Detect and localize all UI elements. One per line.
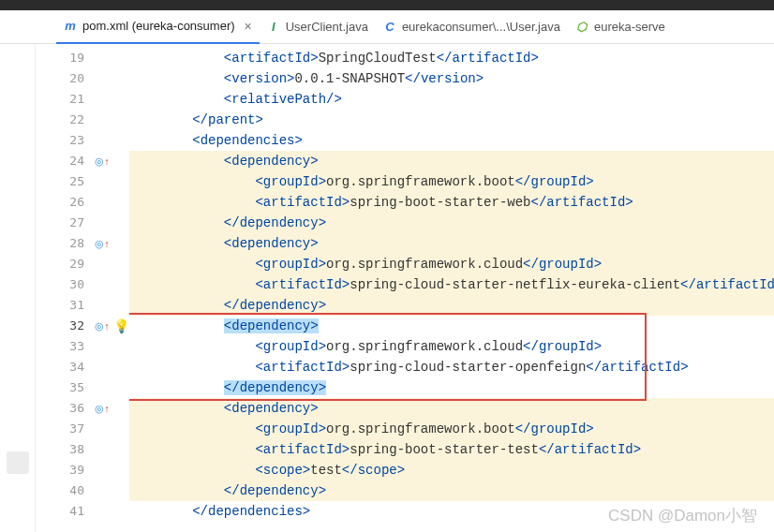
code-line[interactable]: <artifactId>SpringCloudTest</artifactId> (129, 48, 774, 68)
code-line[interactable]: </dependency> (129, 480, 774, 501)
up-arrow-icon: ↑ (104, 155, 110, 167)
xml-bracket: </ (224, 483, 240, 498)
editor-tab-1[interactable]: IUserClient.java (260, 10, 376, 44)
code-line[interactable]: <groupId>org.springframework.boot</group… (129, 171, 774, 192)
line-number[interactable]: 37 (36, 419, 84, 439)
xml-bracket: </ (523, 339, 539, 354)
xml-bracket: </ (523, 257, 539, 272)
xml-bracket: < (255, 257, 262, 272)
close-icon[interactable]: × (241, 19, 252, 34)
code-line[interactable]: </dependency> (129, 295, 774, 316)
xml-bracket: < (255, 463, 262, 478)
code-line[interactable]: <dependencies> (129, 130, 774, 151)
gutter-mark (92, 480, 112, 501)
xml-tag-name: groupId (531, 174, 587, 189)
code-line[interactable]: <relativePath/> (129, 89, 774, 110)
code-line[interactable]: <dependency> (129, 316, 774, 336)
line-number[interactable]: 21 (36, 89, 84, 110)
intention-slot (112, 233, 129, 254)
editor-tab-3[interactable]: ⬡eureka-serve (568, 10, 673, 44)
xml-bracket: < (224, 154, 231, 169)
editor-tab-0[interactable]: mpom.xml (eureka-consumer)× (56, 10, 260, 44)
line-number[interactable]: 39 (36, 460, 84, 480)
xml-tag-name: groupId (263, 257, 319, 272)
intention-slot (112, 110, 129, 130)
line-number[interactable]: 30 (36, 274, 84, 295)
xml-text: org.springframework.cloud (326, 257, 523, 272)
gutter-mark[interactable]: ◎↑ (92, 316, 112, 336)
intention-slot (112, 336, 129, 357)
code-line[interactable]: <artifactId>spring-boot-starter-web</art… (129, 192, 774, 213)
line-number[interactable]: 24 (36, 151, 84, 171)
xml-bracket: > (319, 215, 326, 230)
line-number[interactable]: 27 (36, 213, 84, 233)
code-line[interactable]: <artifactId>spring-cloud-starter-openfei… (129, 357, 774, 377)
xml-bracket: </ (437, 51, 453, 66)
gutter-mark[interactable]: ◎↑ (92, 151, 112, 171)
tab-label: eureka-serve (594, 20, 665, 34)
code-viewport[interactable]: <artifactId>SpringCloudTest</artifactId>… (129, 44, 774, 532)
xml-bracket: > (294, 133, 302, 148)
gutter-mark (92, 192, 112, 213)
gutter-mark[interactable]: ◎↑ (92, 398, 112, 419)
code-line[interactable]: <groupId>org.springframework.cloud</grou… (129, 254, 774, 274)
intention-slot (112, 480, 129, 501)
line-number[interactable]: 29 (36, 254, 84, 274)
line-number[interactable]: 23 (36, 130, 84, 151)
line-number[interactable]: 38 (36, 439, 84, 460)
gutter-mark (92, 213, 112, 233)
line-number[interactable]: 20 (36, 68, 84, 89)
up-arrow-icon: ↑ (104, 403, 110, 414)
structure-marker[interactable] (7, 451, 29, 474)
intention-slot[interactable]: 💡 (112, 316, 129, 336)
code-line[interactable]: <dependency> (129, 151, 774, 171)
line-number[interactable]: 32 (36, 316, 84, 336)
line-number[interactable]: 28 (36, 233, 84, 254)
code-line[interactable]: <groupId>org.springframework.cloud</grou… (129, 336, 774, 357)
line-number[interactable]: 36 (36, 398, 84, 419)
code-line[interactable]: <artifactId>spring-boot-starter-test</ar… (129, 439, 774, 460)
xml-tag-name: groupId (263, 421, 319, 436)
line-number[interactable]: 35 (36, 377, 84, 398)
code-line[interactable]: <dependency> (129, 233, 774, 254)
gutter-mark (92, 336, 112, 357)
intention-gutter: 💡 (112, 44, 129, 532)
tab-label: UserClient.java (286, 20, 368, 34)
xml-bracket: > (319, 483, 326, 498)
line-number[interactable]: 22 (36, 110, 84, 130)
line-number[interactable]: 26 (36, 192, 84, 213)
code-line[interactable]: </parent> (129, 110, 774, 130)
xml-text: 0.0.1-SNAPSHOT (294, 71, 405, 86)
xml-tag-name: artifactId (555, 442, 633, 457)
xml-text: spring-boot-starter-web (350, 195, 530, 210)
xml-bracket: < (224, 51, 231, 66)
target-icon: ◎ (95, 320, 104, 332)
code-line[interactable]: </dependency> (129, 377, 774, 398)
xml-bracket: > (310, 154, 318, 169)
intention-slot (112, 48, 129, 68)
xml-bracket: </ (224, 215, 240, 230)
xml-tag-name: dependency (240, 380, 319, 395)
code-line[interactable]: <scope>test</scope> (129, 460, 774, 480)
editor-tab-2[interactable]: Ceurekaconsumer\...\User.java (376, 10, 568, 44)
line-number[interactable]: 41 (36, 501, 84, 522)
xml-bracket: </ (405, 71, 421, 86)
code-line[interactable]: <artifactId>spring-cloud-starter-netflix… (129, 274, 774, 295)
line-number[interactable]: 19 (36, 48, 84, 68)
line-number[interactable]: 25 (36, 171, 84, 192)
code-line[interactable]: </dependency> (129, 213, 774, 233)
line-number[interactable]: 40 (36, 480, 84, 501)
xml-bracket: </ (680, 277, 696, 292)
intention-slot (112, 254, 129, 274)
intention-slot (112, 398, 129, 419)
line-number[interactable]: 31 (36, 295, 84, 316)
gutter-mark (92, 110, 112, 130)
code-line[interactable]: <version>0.0.1-SNAPSHOT</version> (129, 68, 774, 89)
gutter-mark[interactable]: ◎↑ (92, 233, 112, 254)
xml-bracket: > (255, 112, 262, 127)
xml-bracket: > (310, 236, 318, 251)
code-line[interactable]: <dependency> (129, 398, 774, 419)
code-line[interactable]: <groupId>org.springframework.boot</group… (129, 419, 774, 439)
line-number[interactable]: 33 (36, 336, 84, 357)
line-number[interactable]: 34 (36, 357, 84, 377)
